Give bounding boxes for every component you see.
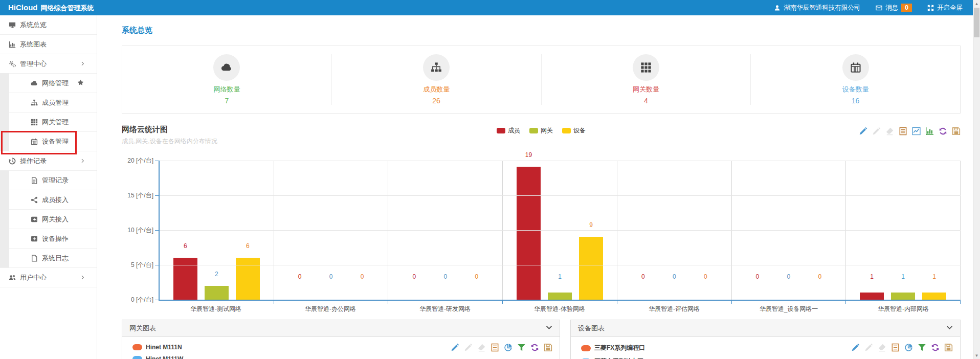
sidebar-item-device-management[interactable]: 设备管理 — [0, 132, 97, 151]
bar-value-label: 19 — [511, 151, 546, 159]
eraser-tool[interactable] — [477, 343, 486, 352]
fullscreen-button[interactable]: 开启全屏 — [927, 4, 963, 12]
bar-value-label: 0 — [740, 273, 774, 280]
bar-value-label: 9 — [574, 221, 608, 229]
sidebar-item-gateway-management[interactable]: 网关管理 — [0, 113, 97, 132]
sidebar-item-system-charts[interactable]: 系统图表 — [0, 35, 97, 54]
sidebar-item-member-access[interactable]: 成员接入 — [0, 190, 97, 210]
collapse-toggle[interactable] — [546, 324, 552, 332]
bar-value-label: 0 — [283, 273, 317, 280]
bar-设备 — [236, 258, 260, 300]
sidebar-item-device-operation[interactable]: 设备操作 — [0, 229, 97, 249]
refresh-tool[interactable] — [939, 127, 947, 136]
data-view-tool[interactable] — [891, 343, 900, 352]
company-menu[interactable]: 湖南华辰智通科技有限公司 — [774, 4, 860, 12]
main-content: 系统总览 网络数量7成员数量26网关数量4设备数量16 网络云统计图 成员,网关… — [97, 15, 973, 359]
funnel-tool[interactable] — [918, 343, 926, 352]
app-brand: HiCloud 网络综合管理系统 — [8, 3, 94, 13]
bar-value-label: 0 — [688, 273, 723, 280]
bar-网关 — [891, 293, 915, 300]
legend-item[interactable]: 成员 — [497, 126, 520, 135]
scrollbar-thumb[interactable] — [974, 8, 979, 37]
sidebar-item-member-management[interactable]: 成员管理 — [0, 93, 97, 113]
pen-tool[interactable] — [864, 343, 873, 352]
sidebar-item-management-center[interactable]: 管理中心 — [0, 54, 97, 74]
page-title: 系统总览 — [122, 26, 961, 35]
data-view-tool[interactable] — [491, 343, 499, 352]
y-axis-label: 20 [个/台] — [127, 156, 153, 165]
sidebar-item-operation-records[interactable]: 操作记录 — [0, 151, 97, 171]
funnel-tool[interactable] — [517, 343, 526, 352]
sidebar-item-system-logs[interactable]: 系统日志 — [0, 249, 97, 268]
funnel-icon — [918, 343, 926, 352]
y-axis-label: 0 [个/台] — [131, 296, 153, 304]
stat-value: 16 — [751, 97, 960, 105]
pen-tool[interactable] — [464, 343, 473, 352]
x-axis-tick — [731, 301, 732, 304]
pen-tool[interactable] — [451, 343, 459, 352]
collapse-toggle[interactable] — [946, 324, 953, 332]
panel-header-gateway-chart[interactable]: 网关图表 — [122, 320, 560, 337]
sidebar-item-user-center[interactable]: 用户中心 — [0, 268, 97, 287]
save-tool[interactable] — [944, 343, 953, 352]
panel-body: Hinet M111NHinet M111W — [122, 337, 560, 359]
line-chart-tool[interactable] — [912, 127, 921, 136]
mail-icon — [876, 5, 882, 11]
legend-item[interactable]: 设备 — [562, 126, 586, 135]
x-axis-tick — [274, 301, 274, 304]
bar-成员 — [860, 293, 884, 300]
pie-chart-tool[interactable] — [904, 343, 913, 352]
sidebar-item-gateway-access[interactable]: 网关接入 — [0, 210, 97, 229]
pie-chart-tool[interactable] — [504, 343, 513, 352]
grid-icon — [640, 62, 652, 73]
pen-tool[interactable] — [859, 127, 867, 136]
panel-legend-item[interactable]: Hinet M111W — [132, 355, 552, 359]
sidebar-item-network-management[interactable]: 网络管理 — [0, 74, 97, 93]
sidebar-item-system-overview[interactable]: 系统总览 — [0, 15, 97, 35]
scroll-up-arrow[interactable]: ▲ — [973, 0, 980, 7]
scroll-down-arrow[interactable]: ▼ — [973, 352, 980, 359]
panel-toolbox — [851, 343, 953, 352]
bar-成员 — [173, 258, 197, 300]
x-axis-category-label: 华辰智通-体验网络 — [502, 305, 617, 313]
bar-value-label: 0 — [459, 273, 494, 280]
bar-value-label: 1 — [855, 273, 889, 280]
refresh-tool[interactable] — [530, 343, 539, 352]
data-view-tool[interactable] — [899, 127, 907, 136]
legend-label: 成员 — [508, 126, 520, 135]
pen-tool[interactable] — [851, 343, 860, 352]
star-icon — [77, 79, 84, 86]
company-name: 湖南华辰智通科技有限公司 — [784, 4, 860, 12]
bar-chart-tool[interactable] — [925, 127, 934, 136]
plus-square-icon — [31, 235, 38, 242]
bar-chart-icon — [925, 127, 934, 136]
share-icon — [31, 196, 38, 204]
refresh-tool[interactable] — [931, 343, 940, 352]
sidebar-item-label: 用户中心 — [20, 273, 47, 282]
panel-legend-item[interactable]: 三菱全系列以太网 — [581, 357, 953, 359]
app-title: 网络综合管理系统 — [41, 4, 94, 13]
stat-icon-circle — [423, 54, 450, 81]
sitemap-icon — [431, 62, 442, 73]
eraser-tool[interactable] — [885, 127, 894, 136]
x-axis-category-label: 华辰智通-内部网络 — [846, 305, 961, 313]
save-tool[interactable] — [544, 343, 552, 352]
save-tool[interactable] — [952, 127, 961, 136]
stat-value: 4 — [542, 97, 751, 105]
vertical-scrollbar[interactable]: ▲ ▼ — [973, 0, 980, 359]
legend-item[interactable]: 网关 — [529, 126, 553, 135]
eraser-tool[interactable] — [878, 343, 886, 352]
stat-item: 设备数量16 — [750, 54, 960, 105]
gridline — [160, 195, 961, 196]
chart-subtitle: 成员,网关,设备在各网络内分布情况 — [122, 137, 961, 146]
sidebar-item-label: 成员管理 — [42, 98, 69, 107]
x-axis-category-label: 华辰智通-办公网络 — [273, 305, 388, 313]
sidebar-item-label: 管理中心 — [20, 59, 47, 69]
stat-item: 网络数量7 — [122, 54, 331, 105]
messages-menu[interactable]: 消息 0 — [876, 4, 912, 12]
data-view-icon — [891, 343, 900, 352]
panel-header-device-chart[interactable]: 设备图表 — [571, 320, 960, 337]
pen-tool[interactable] — [872, 127, 881, 136]
sidebar-item-management-records[interactable]: 管理记录 — [0, 171, 97, 190]
line-chart-icon — [912, 127, 921, 136]
